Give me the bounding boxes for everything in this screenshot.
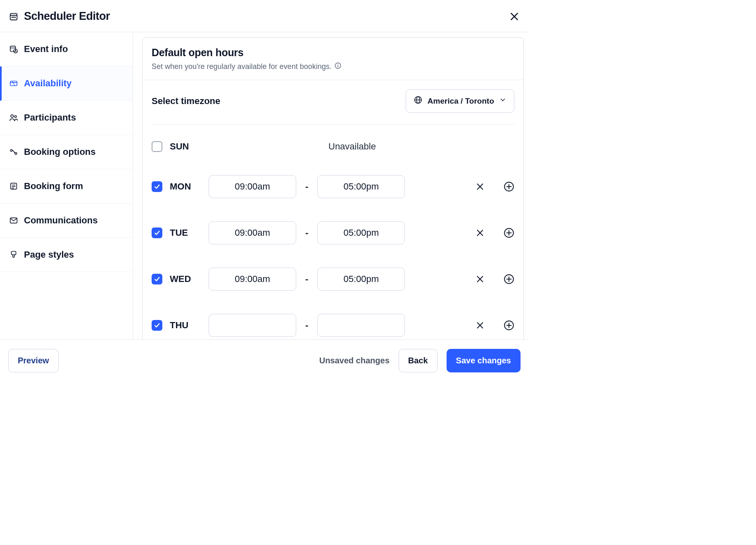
unavailable-label: Unavailable (328, 141, 376, 152)
open-hours-card: Default open hours Set when you're regul… (142, 37, 524, 382)
save-changes-button[interactable]: Save changes (447, 349, 521, 372)
header-bar: Scheduler Editor (0, 0, 529, 32)
svg-rect-7 (10, 46, 16, 52)
sidebar-item-label: Availability (24, 78, 71, 89)
sliders-icon (9, 147, 18, 156)
start-time-input[interactable]: 09:00am (209, 175, 296, 198)
chevron-down-icon (499, 96, 506, 106)
close-button[interactable] (509, 11, 520, 22)
add-slot-button[interactable] (504, 181, 514, 192)
info-icon[interactable] (334, 62, 342, 71)
time-separator: - (305, 181, 308, 192)
timezone-label: Select timezone (152, 96, 220, 107)
availability-icon (9, 79, 18, 88)
sidebar-item-communications[interactable]: Communications (0, 204, 133, 238)
sidebar-item-page-styles[interactable]: Page styles (0, 238, 133, 272)
form-icon (9, 182, 18, 191)
svg-line-14 (12, 81, 14, 86)
time-separator: - (305, 320, 308, 331)
sidebar-item-label: Page styles (24, 249, 74, 260)
svg-point-15 (11, 115, 13, 117)
sidebar-item-availability[interactable]: Availability (0, 66, 133, 101)
timezone-select[interactable]: America / Toronto (406, 89, 514, 113)
svg-point-3 (13, 17, 14, 17)
day-row-thu: THU - (152, 302, 514, 337)
globe-icon (414, 95, 423, 107)
end-time-input[interactable] (317, 314, 405, 337)
day-label: TUE (170, 227, 197, 238)
timezone-value: America / Toronto (428, 97, 494, 106)
mail-icon (9, 216, 18, 225)
sidebar-item-label: Booking options (24, 147, 96, 157)
start-time-input[interactable]: 09:00am (209, 268, 296, 291)
remove-slot-button[interactable] (475, 275, 485, 284)
day-label: THU (170, 320, 197, 331)
card-subtitle: Set when you're regularly available for … (152, 62, 514, 71)
svg-point-2 (12, 17, 12, 17)
end-time-input[interactable]: 05:00pm (317, 175, 405, 198)
page-title: Scheduler Editor (24, 10, 110, 23)
day-row-tue: TUE 09:00am - 05:00pm (152, 210, 514, 256)
day-label: WED (170, 274, 197, 284)
sidebar-item-label: Participants (24, 112, 76, 123)
day-row-sun: SUN Unavailable (152, 130, 514, 164)
sidebar-item-booking-form[interactable]: Booking form (0, 169, 133, 204)
svg-line-11 (16, 51, 17, 52)
scheduler-icon (9, 12, 18, 21)
sidebar: Event info Availability (0, 32, 133, 382)
day-checkbox-thu[interactable] (152, 320, 162, 331)
preview-button[interactable]: Preview (8, 349, 59, 372)
card-title: Default open hours (152, 47, 514, 59)
end-time-input[interactable]: 05:00pm (317, 221, 405, 244)
svg-point-16 (14, 116, 17, 118)
unsaved-changes-status: Unsaved changes (319, 356, 390, 365)
sidebar-item-booking-options[interactable]: Booking options (0, 135, 133, 169)
add-slot-button[interactable] (504, 274, 514, 284)
day-checkbox-mon[interactable] (152, 181, 162, 192)
svg-rect-24 (12, 251, 16, 255)
start-time-input[interactable] (209, 314, 296, 337)
time-separator: - (305, 227, 308, 238)
day-row-mon: MON 09:00am - 05:00pm (152, 164, 514, 210)
day-row-wed: WED 09:00am - 05:00pm (152, 256, 514, 302)
remove-slot-button[interactable] (475, 321, 485, 330)
day-label: MON (170, 181, 197, 192)
add-slot-button[interactable] (504, 227, 514, 238)
sidebar-item-event-info[interactable]: Event info (0, 32, 133, 66)
calendar-clock-icon (9, 45, 18, 54)
time-separator: - (305, 274, 308, 284)
sidebar-item-participants[interactable]: Participants (0, 101, 133, 135)
brush-icon (9, 250, 18, 259)
remove-slot-button[interactable] (475, 182, 485, 191)
svg-point-4 (15, 17, 15, 17)
remove-slot-button[interactable] (475, 228, 485, 237)
sidebar-item-label: Communications (24, 215, 97, 226)
users-icon (9, 113, 18, 122)
sidebar-item-label: Event info (24, 44, 68, 54)
sidebar-item-label: Booking form (24, 181, 83, 192)
footer-bar: Preview Unsaved changes Back Save change… (0, 339, 529, 382)
end-time-input[interactable]: 05:00pm (317, 268, 405, 291)
back-button[interactable]: Back (399, 349, 437, 372)
start-time-input[interactable]: 09:00am (209, 221, 296, 244)
add-slot-button[interactable] (504, 320, 514, 331)
day-checkbox-sun[interactable] (152, 141, 162, 152)
day-label: SUN (170, 141, 197, 152)
day-checkbox-wed[interactable] (152, 274, 162, 284)
day-checkbox-tue[interactable] (152, 227, 162, 238)
